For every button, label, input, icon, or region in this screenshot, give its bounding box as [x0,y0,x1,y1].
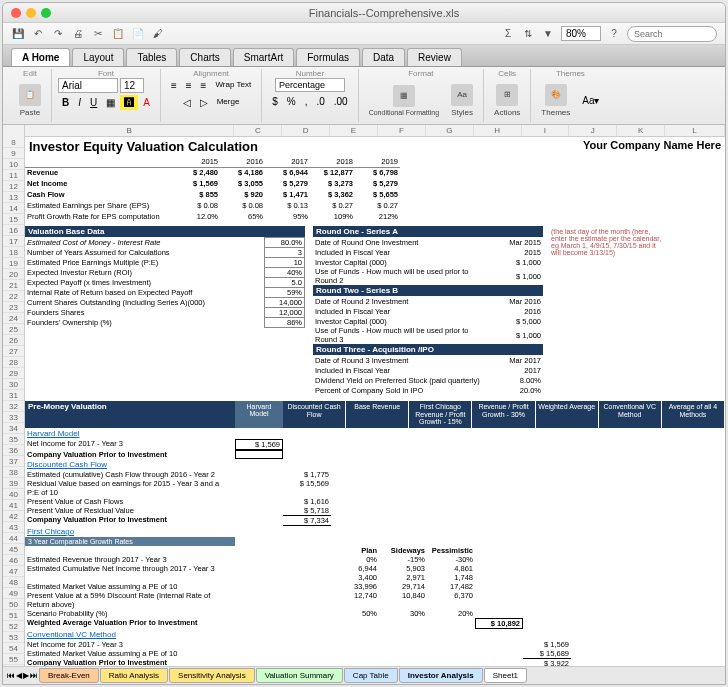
hm-link[interactable]: Harvard Model [25,428,725,439]
filter-icon[interactable]: ▼ [541,27,555,41]
minimize-icon[interactable] [26,8,36,18]
group-font-label: Font [58,69,154,78]
undo-icon[interactable]: ↶ [31,27,45,41]
group-align-label: Alignment [167,69,255,78]
actions-button[interactable]: ⊞Actions [490,82,524,119]
dcf-link[interactable]: Discounted Cash Flow [25,459,725,470]
vbd-table: Estimated Cost of Money - Interest Rate8… [25,237,305,328]
underline-button[interactable]: U [86,95,101,110]
sheet-title: Investor Equity Valuation Calculation [29,139,258,154]
font-name-select[interactable]: Arial [58,78,118,93]
font-color-button[interactable]: A [139,95,154,110]
tab-data[interactable]: Data [362,48,405,66]
sheet-title-row: Investor Equity Valuation Calculation Yo… [25,137,725,156]
r1-table: Date of Round One InvestmentMar 2015Incl… [313,237,543,285]
ribbon: Edit 📋Paste Font Arial 12 B I U ▦ 🅰 A [3,67,725,125]
help-search[interactable] [627,26,717,42]
redo-icon[interactable]: ↷ [51,27,65,41]
tab-charts[interactable]: Charts [179,48,230,66]
vbd-header: Valuation Base Data [25,226,305,237]
sheet-tab[interactable]: Cap Table [344,668,398,683]
decimal-dec-icon[interactable]: .00 [330,94,352,109]
border-button[interactable]: ▦ [102,95,119,110]
styles-button[interactable]: AaStyles [447,82,477,119]
currency-icon[interactable]: $ [268,94,282,109]
tab-smartart[interactable]: SmartArt [233,48,294,66]
copy-icon[interactable]: 📋 [111,27,125,41]
indent-right-icon[interactable]: ▷ [196,95,212,110]
group-cells-label: Cells [490,69,524,78]
tab-nav-next-icon[interactable]: ▶ [23,671,29,680]
sum-icon[interactable]: Σ [501,27,515,41]
company-name: Your Company Name Here [583,139,721,154]
group-themes-label: Themes [537,69,603,78]
r2-table: Date of Round 2 InvestmentMar 2016Includ… [313,296,543,344]
tab-formulas[interactable]: Formulas [296,48,360,66]
group-format-label: Format [365,69,477,78]
align-right-icon[interactable]: ≡ [197,78,211,93]
ribbon-tabs: A Home Layout Tables Charts SmartArt For… [3,45,725,67]
pmv-header: Pre-Money Valuation [25,401,235,428]
sheet-tab[interactable]: Sensitivity Analysis [169,668,255,683]
sort-icon[interactable]: ⇅ [521,27,535,41]
side-note: (the last day of the month (here, enter … [549,226,669,395]
bold-button[interactable]: B [58,95,73,110]
row-headers: 8910111213141516171819202122232425262728… [3,125,25,666]
align-left-icon[interactable]: ≡ [167,78,181,93]
window-title: Financials--Comprehensive.xls [51,7,717,19]
paste-button[interactable]: 📋Paste [15,82,45,119]
tab-nav-first-icon[interactable]: ⏮ [7,671,15,680]
fill-color-button[interactable]: 🅰 [120,95,138,110]
themes-button[interactable]: 🎨Themes [537,82,574,119]
tab-layout[interactable]: Layout [72,48,124,66]
titlebar: Financials--Comprehensive.xls [3,3,725,23]
method-columns: Discounted Cash FlowBase RevenueFirst Ch… [283,401,725,428]
align-center-icon[interactable]: ≡ [182,78,196,93]
summary-table: 20152016201720182019 Revenue$ 2,480$ 4,1… [25,156,400,222]
theme-fonts-button[interactable]: Aa▾ [578,93,603,108]
tab-home[interactable]: A Home [11,48,70,66]
print-icon[interactable]: 🖨 [71,27,85,41]
number-format-select[interactable]: Percentage [275,78,345,92]
sheet-tab[interactable]: Valuation Summary [256,668,343,683]
tab-nav-prev-icon[interactable]: ◀ [16,671,22,680]
spreadsheet-grid[interactable]: 8910111213141516171819202122232425262728… [3,125,725,666]
cond-format-button[interactable]: ▦Conditional Formatting [365,83,443,118]
group-edit-label: Edit [15,69,45,78]
percent-icon[interactable]: % [283,94,300,109]
font-size-select[interactable]: 12 [120,78,144,93]
format-painter-icon[interactable]: 🖌 [151,27,165,41]
group-number-label: Number [268,69,352,78]
italic-button[interactable]: I [74,95,85,110]
sheet-tabs: ⏮ ◀ ▶ ⏭ Break-Even Ratio Analysis Sensit… [3,666,725,684]
sheet-tab[interactable]: Sheet1 [484,668,527,683]
wrap-text-button[interactable]: Wrap Text [211,78,255,93]
comma-icon[interactable]: , [301,94,312,109]
r2-header: Round Two - Series B [313,285,543,296]
fc-link[interactable]: First Chicago [25,526,725,537]
indent-left-icon[interactable]: ◁ [179,95,195,110]
cut-icon[interactable]: ✂ [91,27,105,41]
sheet-tab[interactable]: Ratio Analysis [100,668,168,683]
tab-nav-last-icon[interactable]: ⏭ [30,671,38,680]
column-headers: BCDEFGHIJKL [25,125,725,137]
r3-header: Round Three - Acquisition /IPO [313,344,543,355]
sheet-tab[interactable]: Investor Analysis [399,668,483,683]
r3-table: Date of Round 3 InvestmentMar 2017Includ… [313,355,543,395]
fc-sub: 3 Year Comparable Growth Rates [25,537,235,546]
tab-review[interactable]: Review [407,48,462,66]
save-icon[interactable]: 💾 [11,27,25,41]
decimal-inc-icon[interactable]: .0 [312,94,328,109]
cvc-link[interactable]: Conventional VC Method [25,629,725,640]
zoom-icon[interactable] [41,8,51,18]
sheet-tab[interactable]: Break-Even [39,668,99,683]
close-icon[interactable] [11,8,21,18]
r1-header: Round One - Series A [313,226,543,237]
help-icon[interactable]: ? [607,27,621,41]
tab-tables[interactable]: Tables [126,48,177,66]
merge-button[interactable]: Merge [213,95,244,110]
zoom-field[interactable]: 80% [561,26,601,41]
quick-toolbar: 💾 ↶ ↷ 🖨 ✂ 📋 📄 🖌 Σ ⇅ ▼ 80% ? [3,23,725,45]
paste-icon[interactable]: 📄 [131,27,145,41]
